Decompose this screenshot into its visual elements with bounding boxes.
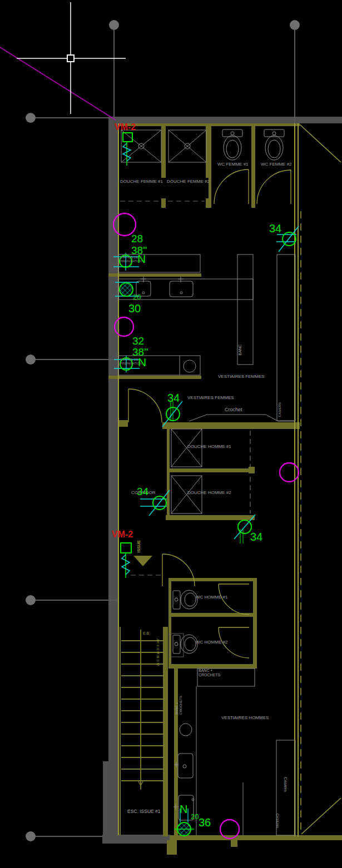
note-casiers-bottom-2: CASIERS: [275, 814, 279, 828]
annotation-n-1: N: [137, 252, 146, 265]
annotation-30: 30: [128, 302, 141, 315]
annotation-34-corridor: 34: [137, 486, 148, 498]
vm2-tag-bottom: VM-2: [112, 530, 133, 540]
crosshair-cursor: [17, 2, 126, 114]
counter-edge-lines: [196, 686, 243, 835]
annotation-n-3: N: [180, 803, 187, 815]
annotation-n-2: N: [138, 356, 146, 368]
annotation-34-top: 34: [269, 222, 281, 235]
note-crochet: Crochet: [225, 407, 242, 413]
room-label-esc-issue: ESC. ISSUE #1: [127, 809, 161, 814]
room-label-douche-homme-2: DOUCHE HOMME #2: [187, 491, 231, 496]
door-arcs: [128, 169, 291, 658]
vm2-tag-top: VM-2: [115, 122, 136, 132]
room-label-vestiaires-femmes-a: VESTIAIRES FEMMES: [218, 375, 265, 380]
room-label-douche-femme-2: DOUCHE FEMME #2: [167, 179, 210, 184]
annotation-20-a: 20: [133, 293, 141, 301]
annotation-34-mid: 34: [167, 392, 180, 404]
note-casiers-top: CASIERS: [278, 402, 282, 417]
toilet-fixtures: [169, 129, 284, 657]
room-label-douche-homme-1: DOUCHE HOMME #1: [187, 445, 231, 450]
drawing-canvas[interactable]: VM-2 VM-2 DOUCHE FEMME #1 DOUCHE FEMME #…: [0, 0, 342, 868]
note-banc-vertical: BANC: [238, 345, 242, 355]
vm2-valve-symbol-bottom: [121, 543, 131, 578]
room-label-wc-homme-2: WC HOMME #2: [196, 640, 227, 645]
room-label-vestiaires-hommes: VESTIAIRES HOMMES: [221, 716, 269, 721]
note-banc-crochets-vertical: BANC + CROCHETS: [175, 696, 182, 715]
annotation-36: 36: [199, 816, 211, 829]
room-label-douche-femme-1: DOUCHE FEMME #1: [120, 179, 163, 184]
room-label-vestiaires-femmes-b: VESTIAIRES FEMMES: [187, 396, 234, 401]
counter-note-2a: STATION DE: [120, 358, 138, 361]
note-casiers-bottom: Casiers: [282, 777, 288, 792]
room-label-wc-femme-1: WC FEMME #1: [217, 162, 249, 167]
shower-stalls: [121, 130, 206, 513]
room-label-wc-femme-2: WC FEMME #2: [261, 162, 292, 167]
note-eb: E.B.: [143, 631, 150, 636]
note-issue-vertical: ISSUE: [137, 540, 141, 553]
annotation-20-b: 20: [191, 813, 199, 821]
annotation-28: 28: [131, 233, 143, 245]
note-banc-crochets-2: CROCHETS: [199, 673, 220, 677]
plan-geometry: [0, 0, 342, 868]
annotation-34-right: 34: [250, 531, 262, 543]
room-label-wc-homme-1: WC HOMME #1: [196, 595, 227, 600]
annotation-32: 32: [132, 336, 144, 347]
note-stair-dimension: 21 C.M.@ 0'-6 3/4": [156, 638, 160, 666]
exit-arrow-icon: [133, 556, 152, 566]
note-banc-crochets-1: BANC +: [199, 669, 212, 673]
